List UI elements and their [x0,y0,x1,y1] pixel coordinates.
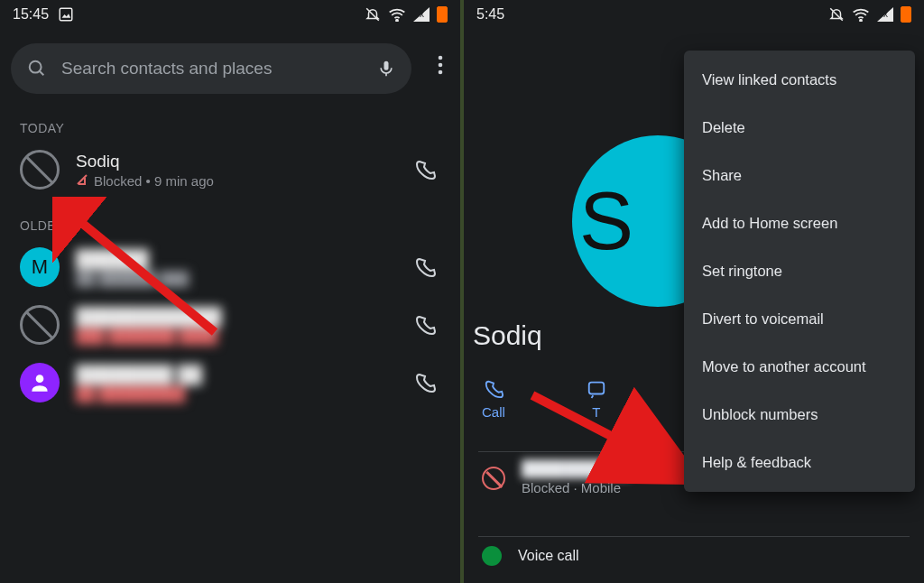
svg-rect-7 [384,61,389,70]
status-time: 5:45 [476,6,504,23]
svg-text:x: x [883,9,888,19]
contact-number-sub: Blocked · Mobile [522,480,630,495]
search-placeholder: Search contacts and places [61,59,368,79]
battery-icon [901,6,911,23]
search-icon [27,59,47,79]
call-action[interactable]: Call [482,379,505,420]
svg-rect-0 [60,8,72,21]
call-name: ██████ [76,249,406,269]
call-row-sodiq[interactable]: Sodiq Blocked • 9 min ago [0,141,460,199]
contact-name: Sodiq [473,320,542,351]
svg-point-2 [396,20,398,22]
gallery-icon [58,6,74,23]
status-bar: 15:45 x [0,0,460,29]
dnd-icon [828,6,845,23]
call-row[interactable]: ████████████ ███ ███████ ████ [0,296,460,354]
search-bar[interactable]: Search contacts and places [11,43,411,94]
svg-point-11 [439,70,443,75]
svg-point-10 [439,63,443,68]
contact-number-row[interactable]: ██████████ Blocked · Mobile [482,460,630,495]
svg-point-9 [439,56,443,60]
wifi-icon [852,7,870,22]
menu-add-home-screen[interactable]: Add to Home screen [684,199,915,247]
menu-set-ringtone[interactable]: Set ringtone [684,247,915,295]
call-name: ████████ ██ [76,365,406,384]
signal-icon: x [413,7,430,22]
menu-help-feedback[interactable]: Help & feedback [684,439,915,486]
signal-icon: x [877,7,893,22]
menu-delete[interactable]: Delete [684,104,915,152]
wifi-icon [388,7,406,22]
two-screenshot-stage: 15:45 x [0,0,924,583]
more-options-icon[interactable] [426,45,455,85]
menu-view-linked-contacts[interactable]: View linked contacts [684,56,915,104]
svg-line-6 [40,71,44,76]
divider-line [478,536,910,537]
incoming-blocked-icon [76,173,88,189]
contact-action-strip: Call T [482,379,606,420]
call-row[interactable]: ████████ ██ ██ █████████ [0,354,460,412]
svg-rect-19 [589,383,605,394]
call-name: Sodiq [76,152,406,171]
svg-point-12 [36,375,44,383]
menu-divert-voicemail[interactable]: Divert to voicemail [684,295,915,343]
call-button-icon[interactable] [406,151,444,189]
call-row[interactable]: M ██████ ██ ██████ ███ [0,238,460,296]
mic-icon[interactable] [368,51,404,87]
svg-text:x: x [420,9,424,19]
menu-unblock-numbers[interactable]: Unblock numbers [684,391,915,439]
section-today: TODAY [20,121,460,135]
menu-move-account[interactable]: Move to another account [684,343,915,391]
text-action[interactable]: T [587,379,606,420]
avatar-letter: M [20,247,60,287]
blocked-avatar-icon [20,150,60,190]
blocked-avatar-icon [20,305,60,345]
status-bar: 5:45 x [464,0,924,29]
call-log-screen: 15:45 x [0,0,460,583]
voice-call-row[interactable]: Voice call [482,546,579,566]
person-avatar-icon [20,363,60,403]
svg-point-16 [860,20,862,22]
call-subtext: ██ █████████ [76,386,406,402]
svg-point-5 [30,61,42,73]
context-menu: View linked contacts Delete Share Add to… [684,51,915,492]
battery-icon [437,6,448,23]
call-button-icon[interactable] [406,248,444,286]
status-time: 15:45 [13,6,49,23]
contact-detail-screen: 5:45 x S Sodiq Call [464,0,924,583]
contact-number: ██████████ [522,460,630,478]
call-button-icon[interactable] [406,364,444,402]
whatsapp-icon [482,546,502,566]
menu-share[interactable]: Share [684,152,915,199]
blocked-icon [482,467,505,490]
section-older: OLDER [20,218,460,233]
dnd-icon [365,6,381,23]
call-subtext: ███ ███████ ████ [76,329,406,344]
call-button-icon[interactable] [406,306,444,344]
call-name: ████████████ [76,307,406,327]
call-subtext: ██ ██████ ███ [76,271,406,286]
call-subtext: Blocked • 9 min ago [76,173,406,189]
